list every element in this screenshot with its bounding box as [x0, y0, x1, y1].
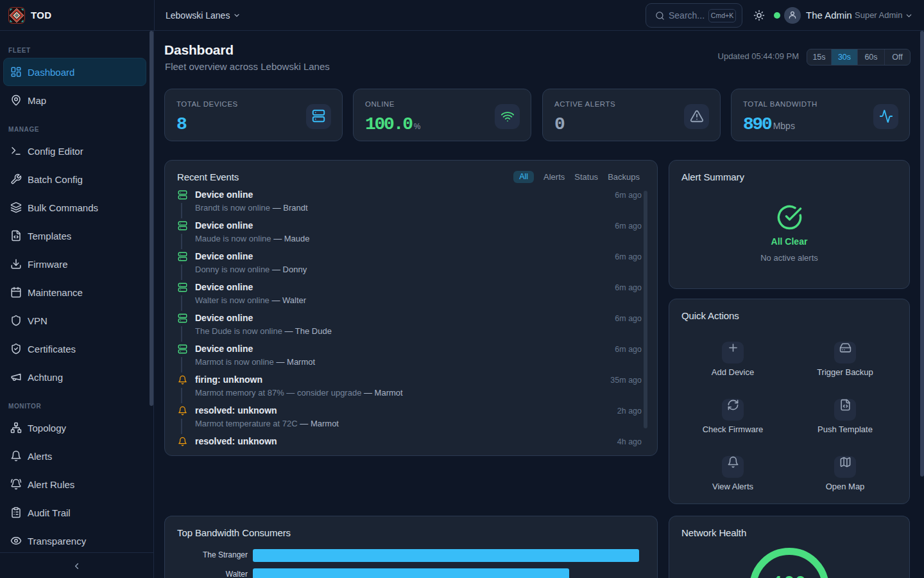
svg-text:100: 100 [773, 574, 806, 578]
